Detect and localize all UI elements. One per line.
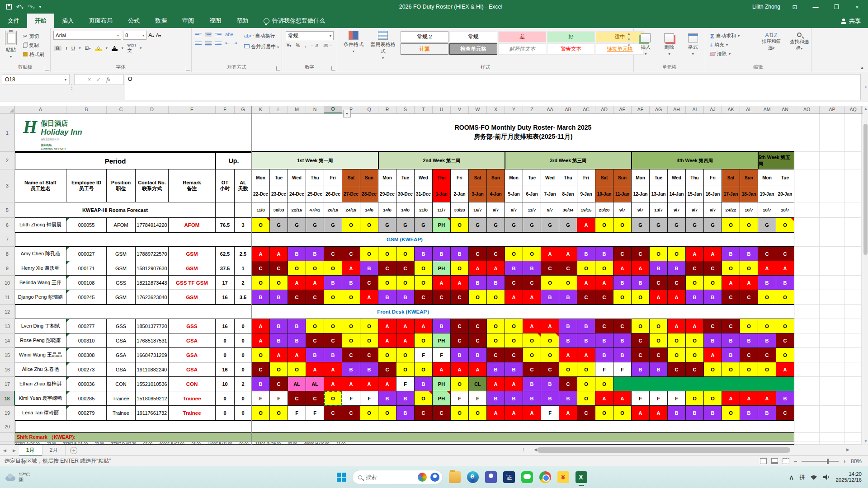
- column-header-Q[interactable]: Q: [360, 106, 378, 113]
- shift-cell-O[interactable]: O: [487, 290, 505, 305]
- shift-cell-A[interactable]: A: [650, 290, 668, 305]
- column-header-AE[interactable]: AE: [613, 106, 632, 113]
- shift-cell-C[interactable]: C: [252, 261, 270, 276]
- empty-cell[interactable]: [820, 362, 845, 377]
- shift-cell-C[interactable]: C: [686, 362, 704, 377]
- employee-remark[interactable]: GSS TF GSM: [169, 276, 216, 290]
- empty-cell[interactable]: [845, 261, 862, 276]
- shift-cell-B[interactable]: B: [505, 261, 523, 276]
- employee-ot[interactable]: 16: [216, 362, 235, 377]
- shift-cell-O[interactable]: O: [541, 333, 559, 348]
- merge-center-button[interactable]: 合并后居中 ▾: [244, 43, 279, 50]
- shift-cell-O[interactable]: O: [288, 362, 306, 377]
- shift-cell-C[interactable]: C: [342, 406, 360, 420]
- employee-position[interactable]: AFOM: [107, 218, 136, 232]
- shift-cell-C[interactable]: C: [270, 377, 288, 391]
- shift-cell-A[interactable]: A: [252, 319, 270, 333]
- shift-cell-O[interactable]: O: [541, 276, 559, 290]
- shift-cell-B[interactable]: B: [433, 319, 451, 333]
- employee-contact[interactable]: 18212873443: [136, 276, 169, 290]
- empty-cell[interactable]: [820, 114, 845, 152]
- shift-cell-C[interactable]: C: [740, 348, 758, 362]
- empty-cell[interactable]: [845, 420, 862, 433]
- shift-cell-G[interactable]: G: [306, 218, 324, 232]
- shift-cell-O[interactable]: O: [451, 406, 469, 420]
- minimize-button[interactable]: —: [809, 4, 822, 10]
- shift-cell-B[interactable]: B: [288, 319, 306, 333]
- shift-cell-C[interactable]: C: [758, 247, 776, 261]
- empty-cell[interactable]: [820, 202, 845, 218]
- row-header-9[interactable]: 9: [0, 261, 15, 276]
- empty-cell[interactable]: [820, 261, 845, 276]
- employee-remark[interactable]: GSA: [169, 333, 216, 348]
- shift-cell-O[interactable]: O: [686, 276, 704, 290]
- shift-cell-F[interactable]: F: [632, 391, 650, 406]
- number-format-combo[interactable]: 常规▾: [286, 31, 334, 40]
- shift-cell-C[interactable]: C: [541, 362, 559, 377]
- shift-cell-C[interactable]: C: [632, 247, 650, 261]
- gallery-up-icon[interactable]: ▲: [627, 32, 631, 36]
- row-header-3[interactable]: 3: [0, 169, 15, 202]
- formula-input[interactable]: O: [125, 74, 861, 100]
- shift-cell-O[interactable]: O: [469, 290, 487, 305]
- shift-cell-B[interactable]: B: [451, 247, 469, 261]
- shift-cell-F[interactable]: F: [342, 391, 360, 406]
- shift-cell-O[interactable]: O: [595, 261, 613, 276]
- cell-style-chip[interactable]: 检查单元格: [449, 43, 497, 55]
- employee-al[interactable]: 1: [235, 261, 252, 276]
- employee-remark[interactable]: GSM: [169, 261, 216, 276]
- shift-cell-A[interactable]: A: [487, 261, 505, 276]
- shift-cell-G[interactable]: G: [668, 218, 686, 232]
- empty-cell[interactable]: [820, 333, 845, 348]
- increase-indent-icon[interactable]: ⇥: [233, 40, 237, 46]
- column-header-AL[interactable]: AL: [740, 106, 758, 113]
- taskbar-icon-teams[interactable]: [485, 471, 497, 483]
- shift-cell-O[interactable]: O: [668, 348, 686, 362]
- shift-cell-C[interactable]: C: [342, 247, 360, 261]
- weather-widget[interactable]: 12°C阴: [0, 472, 136, 483]
- employee-ot[interactable]: 0: [216, 406, 235, 420]
- employee-ot[interactable]: 0: [216, 333, 235, 348]
- copy-button[interactable]: 复制: [22, 41, 46, 50]
- grow-font-icon[interactable]: A▴: [148, 31, 154, 40]
- taskbar-icon-wechat[interactable]: [521, 471, 533, 483]
- shift-cell-O[interactable]: O: [396, 276, 415, 290]
- shift-cell-B[interactable]: B: [342, 276, 360, 290]
- shift-cell-B[interactable]: B: [740, 247, 758, 261]
- shift-cell-PH[interactable]: PH: [433, 261, 451, 276]
- conditional-formatting-button[interactable]: 条件格式▾: [341, 28, 366, 53]
- shift-cell-G[interactable]: G: [270, 218, 288, 232]
- employee-contact[interactable]: 18501377720: [136, 319, 169, 333]
- shift-cell-B[interactable]: B: [360, 362, 378, 377]
- shift-cell-B[interactable]: B: [722, 333, 740, 348]
- shift-cell-O[interactable]: O: [324, 261, 342, 276]
- shift-cell-A[interactable]: A: [505, 290, 523, 305]
- shift-cell-B[interactable]: B: [559, 333, 577, 348]
- shift-cell-B[interactable]: B: [541, 290, 559, 305]
- shift-cell-F[interactable]: F: [451, 391, 469, 406]
- shift-cell-PH[interactable]: PH: [433, 333, 451, 348]
- worksheet-grid[interactable]: ABCDEFGKLMNOPQRSTUVWXYZAAABACADAEAFAGAHA…: [0, 106, 863, 445]
- employee-ot[interactable]: 76.5: [216, 218, 235, 232]
- employee-ot[interactable]: 0: [216, 391, 235, 406]
- employee-name[interactable]: Kimi Yuan 袁宇嵘鸣: [15, 391, 66, 406]
- shift-cell-C[interactable]: C: [487, 348, 505, 362]
- shift-cell-O[interactable]: O: [360, 247, 378, 261]
- shift-cell-B[interactable]: B: [396, 391, 415, 406]
- shift-cell-A[interactable]: A: [523, 290, 541, 305]
- shift-cell-F[interactable]: F: [613, 362, 632, 377]
- shift-cell-A[interactable]: A: [704, 348, 722, 362]
- shift-cell-C[interactable]: C: [360, 276, 378, 290]
- shift-cell-O[interactable]: O: [704, 276, 722, 290]
- empty-cell[interactable]: [794, 232, 820, 247]
- sheet-nav-right-icon[interactable]: ▶: [9, 448, 19, 453]
- employee-name[interactable]: Alice Zhu 朱春艳: [15, 362, 66, 377]
- empty-cell[interactable]: [820, 169, 845, 202]
- shift-cell-A[interactable]: A: [415, 319, 433, 333]
- shift-cell-C[interactable]: C: [252, 362, 270, 377]
- shift-cell-A[interactable]: A: [650, 406, 668, 420]
- hscroll-right-icon[interactable]: ▶: [843, 447, 853, 452]
- employee-ot[interactable]: 10: [216, 377, 235, 391]
- shift-cell-O[interactable]: O: [252, 406, 270, 420]
- column-header-Y[interactable]: Y: [505, 106, 523, 113]
